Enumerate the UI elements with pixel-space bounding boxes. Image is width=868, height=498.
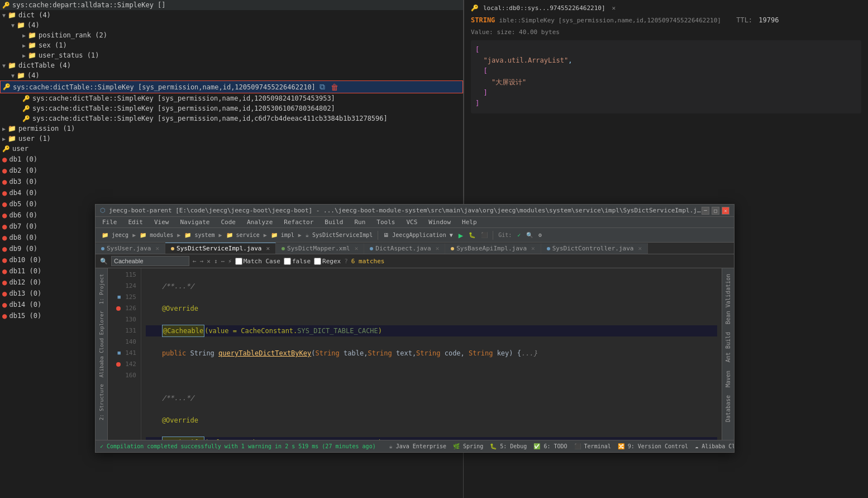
- tab-label-sysdictcontroller: SysDictController.java: [552, 245, 634, 252]
- tree-item-db2[interactable]: ● db2 (0): [0, 165, 463, 176]
- run-button[interactable]: ▶: [457, 230, 465, 240]
- toolbar-impl[interactable]: 📁 impl: [269, 231, 296, 239]
- menu-view[interactable]: View: [152, 218, 171, 226]
- delete-button[interactable]: 🗑: [329, 83, 340, 92]
- tab-close-button[interactable]: ✕: [612, 4, 616, 12]
- status-version-control[interactable]: 🔀 9: Version Control: [618, 443, 688, 449]
- expand-arrow: ▶: [22, 32, 26, 39]
- tree-item-db1[interactable]: ● db1 (0): [0, 154, 463, 165]
- regex-checkbox[interactable]: [314, 258, 321, 265]
- menu-run[interactable]: Run: [352, 218, 368, 226]
- match-case-option[interactable]: Match Case: [235, 258, 280, 265]
- sidebar-maven-tab[interactable]: Maven: [724, 367, 732, 391]
- menu-edit[interactable]: Edit: [126, 218, 146, 226]
- menu-code[interactable]: Code: [218, 218, 238, 226]
- search-filter-button[interactable]: ⚡: [228, 258, 232, 265]
- match-case-checkbox[interactable]: [235, 258, 242, 265]
- debug-button[interactable]: 🐛: [467, 231, 477, 239]
- tab-close-sysuser[interactable]: ✕: [155, 245, 159, 252]
- tree-item-dict[interactable]: ▼ 📁 dict (4): [0, 10, 463, 20]
- tree-item-permission[interactable]: ▶ 📁 permission (1): [0, 124, 463, 134]
- tab-sysbaseapi[interactable]: SysBaseApiImpl.java ✕: [445, 243, 541, 254]
- line-num-130: 130: [108, 314, 141, 325]
- search-next-button[interactable]: →: [200, 258, 204, 265]
- tab-dictaspect[interactable]: DictAspect.java ✕: [364, 243, 445, 254]
- words-option[interactable]: false: [284, 258, 311, 265]
- git-checkmark[interactable]: ✓: [516, 231, 522, 239]
- status-terminal[interactable]: ⬛ Terminal: [574, 443, 611, 449]
- menu-window[interactable]: Window: [426, 218, 453, 226]
- tree-item-user-folder[interactable]: ▶ 📁 user (1): [0, 134, 463, 144]
- menu-refactor[interactable]: Refactor: [282, 218, 316, 226]
- toolbar-settings[interactable]: ⚙: [537, 231, 543, 239]
- ide-code-editor[interactable]: /**...*/ @Override @Cacheable(value = Ca…: [141, 268, 722, 440]
- code-line-115: /**...*/: [146, 281, 717, 292]
- search-expand-button[interactable]: ↕: [214, 258, 218, 265]
- tab-sysdictmapper[interactable]: SysDictMapper.xml ✕: [276, 243, 364, 254]
- sidebar-bean-validation-tab[interactable]: Bean Validation: [724, 271, 732, 328]
- tree-item-user-key[interactable]: 🔑 user: [0, 144, 463, 154]
- sidebar-cloud-tab[interactable]: Alibaba Cloud Explorer: [98, 307, 106, 381]
- words-checkbox[interactable]: [284, 258, 291, 265]
- tree-item-dictTable-key3[interactable]: 🔑 sys:cache:dictTable::SimpleKey [sys_pe…: [0, 103, 463, 113]
- status-cloud-view[interactable]: ☁ Alibaba Cloud View: [695, 443, 734, 449]
- menu-vcs[interactable]: VCS: [404, 218, 419, 226]
- tree-item-dictTable-key4[interactable]: 🔑 sys:cache:dictTable::SimpleKey [sys_pe…: [0, 113, 463, 124]
- close-button[interactable]: ✕: [722, 207, 729, 215]
- toolbar-modules[interactable]: 📁 modules: [138, 231, 175, 239]
- tree-item-db4[interactable]: ● db4 (0): [0, 187, 463, 198]
- menu-file[interactable]: File: [100, 218, 120, 226]
- minimize-button[interactable]: ─: [702, 207, 709, 215]
- tree-item-dictTable-key1[interactable]: 🔑 sys:cache:dictTable::SimpleKey [sys_pe…: [0, 80, 463, 93]
- search-options-button[interactable]: ⋯: [221, 258, 225, 265]
- toolbar-system[interactable]: 📁 system: [183, 231, 216, 239]
- bookmark-icon-141: ■: [118, 349, 121, 357]
- tree-item-dictTable-sub[interactable]: ▼ 📁 (4): [0, 70, 463, 80]
- tab-close-xml[interactable]: ✕: [355, 245, 359, 252]
- tree-item-dictTable[interactable]: ▼ 📁 dictTable (4): [0, 60, 463, 70]
- sidebar-structure-tab[interactable]: 2: Structure: [98, 381, 106, 424]
- tree-item-dict-sub[interactable]: ▼ 📁 (4): [0, 20, 463, 30]
- menu-tools[interactable]: Tools: [374, 218, 397, 226]
- search-help-button[interactable]: ?: [344, 258, 348, 265]
- tab-sysdictserviceimpl[interactable]: SysDictServiceImpl.java ✕: [165, 243, 276, 254]
- search-close-button[interactable]: ✕: [207, 258, 211, 265]
- search-input[interactable]: [111, 256, 189, 266]
- menu-build[interactable]: Build: [322, 218, 345, 226]
- toolbar-class[interactable]: ☕ SysDictServiceImpl: [304, 231, 374, 239]
- tree-item-position-rank[interactable]: ▶ 📁 position_rank (2): [0, 30, 463, 40]
- tab-close-sysbaseapi[interactable]: ✕: [531, 245, 535, 252]
- tree-item-depart-key[interactable]: 🔑 sys:cache:depart:alldata::SimpleKey []: [0, 0, 463, 10]
- tab-sysuser[interactable]: SysUser.java ✕: [96, 243, 165, 254]
- line-num-160: 160: [108, 370, 141, 381]
- sidebar-project-tab[interactable]: 1: Project: [98, 271, 106, 307]
- sidebar-database-tab[interactable]: Database: [724, 392, 732, 425]
- copy-button[interactable]: ⧉: [318, 82, 327, 92]
- tab-close-sysdictcontroller[interactable]: ✕: [638, 245, 642, 252]
- toolbar-jeecg[interactable]: 📁 jeecg: [100, 231, 130, 239]
- db-icon: ●: [2, 244, 7, 253]
- menu-help[interactable]: Help: [460, 218, 479, 226]
- tree-item-dictTable-key2[interactable]: 🔑 sys:cache:dictTable::SimpleKey [sys_pe…: [0, 93, 463, 103]
- regex-option[interactable]: Regex: [314, 258, 341, 265]
- status-debug[interactable]: 🐛 5: Debug: [490, 443, 527, 449]
- search-prev-button[interactable]: ←: [193, 258, 197, 265]
- tree-item-user-status[interactable]: ▶ 📁 user_status (1): [0, 50, 463, 60]
- toolbar-run-config[interactable]: 🖥 JeecgApplication ▼: [381, 231, 454, 239]
- menu-analyze[interactable]: Analyze: [245, 218, 275, 226]
- tree-item-sex[interactable]: ▶ 📁 sex (1): [0, 40, 463, 50]
- tree-item-db3[interactable]: ● db3 (0): [0, 176, 463, 187]
- sidebar-ant-build-tab[interactable]: Ant Build: [724, 329, 732, 366]
- status-todo[interactable]: ✅ 6: TODO: [533, 443, 567, 449]
- tab-sysdictcontroller[interactable]: SysDictController.java ✕: [541, 243, 648, 254]
- stop-button[interactable]: ⬛: [479, 231, 489, 239]
- restore-button[interactable]: □: [712, 207, 719, 215]
- menu-navigate[interactable]: Navigate: [178, 218, 212, 226]
- tab-close-dictaspect[interactable]: ✕: [436, 245, 440, 252]
- toolbar-search[interactable]: 🔍: [524, 231, 535, 239]
- toolbar-service[interactable]: 📁 service: [225, 231, 261, 239]
- tree-item-label: db9 (0): [9, 245, 37, 253]
- tab-close-active[interactable]: ✕: [266, 245, 270, 252]
- status-java-enterprise[interactable]: ☕ Java Enterprise: [389, 443, 446, 449]
- status-spring[interactable]: 🌿 Spring: [453, 443, 483, 449]
